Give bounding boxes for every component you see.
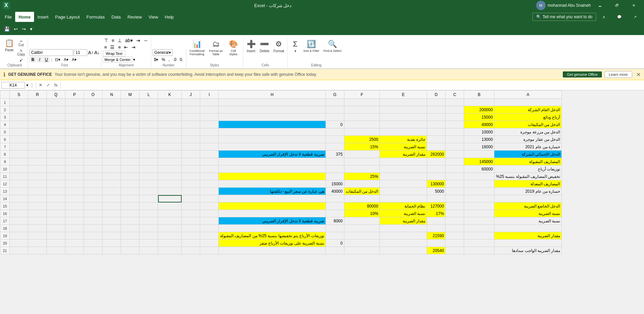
font-name-input[interactable] xyxy=(29,49,73,56)
row-header-18[interactable]: 18 xyxy=(0,225,10,232)
col-header-o[interactable]: O xyxy=(84,91,102,99)
cell-I20[interactable] xyxy=(200,240,219,247)
sort-filter-button[interactable]: 🔃 Sort & Filter xyxy=(301,38,321,63)
cell-L21[interactable] xyxy=(140,247,158,254)
col-header-b[interactable]: B xyxy=(464,91,494,99)
cell-G10[interactable] xyxy=(326,165,344,173)
cell-J18[interactable] xyxy=(182,225,200,232)
share-button[interactable]: ↗ xyxy=(627,11,643,22)
font-shrink-button[interactable]: A↓ xyxy=(94,50,100,55)
cell-B6[interactable]: 13000 xyxy=(464,136,494,143)
cell-K1[interactable] xyxy=(158,99,182,106)
cell-P10[interactable] xyxy=(65,165,84,173)
cell-P19[interactable] xyxy=(65,232,84,240)
decimal-increase-button[interactable]: .0 xyxy=(172,57,178,63)
cell-O20[interactable] xyxy=(84,240,102,247)
decimal-decrease-button[interactable]: 0. xyxy=(179,57,185,63)
cell-E14[interactable] xyxy=(380,195,427,202)
cell-E1[interactable] xyxy=(380,99,427,106)
cell-O17[interactable] xyxy=(84,217,102,225)
cell-N13[interactable] xyxy=(102,188,121,195)
format-as-table-button[interactable]: 🗂 Format as Table xyxy=(207,38,225,63)
align-top-button[interactable]: ⊤ xyxy=(103,37,110,44)
cell-N15[interactable] xyxy=(102,202,121,210)
col-header-f[interactable]: F xyxy=(344,91,380,99)
cell-H18[interactable] xyxy=(219,225,326,232)
cell-M11[interactable] xyxy=(121,173,140,180)
row-header-2[interactable]: 2 xyxy=(0,106,10,114)
cell-R19[interactable] xyxy=(28,232,47,240)
cell-P12[interactable] xyxy=(65,180,84,188)
cell-H19[interactable]: توزيعات الأرباح يتم تخفيضها بنسبة 25% من… xyxy=(219,232,326,240)
cell-E11[interactable] xyxy=(380,173,427,180)
cell-J11[interactable] xyxy=(182,173,200,180)
cell-styles-button[interactable]: 🎨 Cell Styles xyxy=(225,38,242,63)
cell-B13[interactable] xyxy=(464,188,494,195)
cell-F20[interactable] xyxy=(344,240,380,247)
cell-I12[interactable] xyxy=(200,180,219,188)
cell-D10[interactable] xyxy=(427,165,446,173)
cell-P6[interactable] xyxy=(65,136,84,143)
cell-M21[interactable] xyxy=(121,247,140,254)
cell-A1[interactable] xyxy=(494,99,562,106)
cell-F7[interactable]: 15% xyxy=(344,143,380,151)
merge-center-dropdown[interactable]: ▾ xyxy=(133,57,135,62)
cell-Q18[interactable] xyxy=(47,225,65,232)
cell-H8[interactable]: ضريبة قطعية لا تدخل الإقرار الضريبي xyxy=(219,151,326,158)
font-grow-button[interactable]: A↑ xyxy=(88,50,93,55)
confirm-formula-button[interactable]: ✓ xyxy=(45,82,52,88)
cell-G15[interactable] xyxy=(326,202,344,210)
cell-K21[interactable] xyxy=(158,247,182,254)
insert-function-button[interactable]: fx xyxy=(53,82,59,88)
cell-Q3[interactable] xyxy=(47,114,65,121)
cell-K12[interactable] xyxy=(158,180,182,188)
cell-D19[interactable]: 21590 xyxy=(427,232,446,240)
cell-J13[interactable] xyxy=(182,188,200,195)
cell-O18[interactable] xyxy=(84,225,102,232)
cell-R7[interactable] xyxy=(28,143,47,151)
cell-P8[interactable] xyxy=(65,151,84,158)
cell-K10[interactable] xyxy=(158,165,182,173)
cell-E6[interactable]: جائزة نقدية xyxy=(380,136,427,143)
cell-E5[interactable] xyxy=(380,128,427,136)
cell-S4[interactable] xyxy=(10,121,28,128)
cell-O10[interactable] xyxy=(84,165,102,173)
row-header-5[interactable]: 5 xyxy=(0,128,10,136)
cell-O4[interactable] xyxy=(84,121,102,128)
italic-button[interactable]: I xyxy=(37,57,42,63)
cell-A7[interactable]: خسارة من عام 2021 xyxy=(494,143,562,151)
cell-B11[interactable] xyxy=(464,173,494,180)
cell-F1[interactable] xyxy=(344,99,380,106)
cell-M3[interactable] xyxy=(121,114,140,121)
cell-P9[interactable] xyxy=(65,158,84,165)
row-header-21[interactable]: 21 xyxy=(0,247,10,254)
cell-I19[interactable] xyxy=(200,232,219,240)
cell-B1[interactable] xyxy=(464,99,494,106)
cell-G2[interactable] xyxy=(326,106,344,114)
cell-G20[interactable]: 0 xyxy=(326,240,344,247)
col-header-c[interactable]: C xyxy=(446,91,464,99)
menu-formulas[interactable]: Formulas xyxy=(83,12,108,22)
cell-J2[interactable] xyxy=(182,106,200,114)
cell-N4[interactable] xyxy=(102,121,121,128)
cell-J12[interactable] xyxy=(182,180,200,188)
cell-L14[interactable] xyxy=(140,195,158,202)
cell-E19[interactable] xyxy=(380,232,427,240)
cell-P11[interactable] xyxy=(65,173,84,180)
borders-button[interactable]: ⊡▾ xyxy=(54,57,62,63)
row-header-1[interactable]: 1 xyxy=(0,99,10,106)
cell-B14[interactable] xyxy=(464,195,494,202)
row-header-11[interactable]: 11 xyxy=(0,173,10,180)
cell-R20[interactable] xyxy=(28,240,47,247)
row-header-16[interactable]: 16 xyxy=(0,210,10,217)
menu-page-layout[interactable]: Page Layout xyxy=(52,12,83,22)
cell-J15[interactable] xyxy=(182,202,200,210)
name-box-dropdown[interactable]: ▾ xyxy=(26,83,28,88)
cell-K9[interactable] xyxy=(158,158,182,165)
cell-D12[interactable]: 130000 xyxy=(427,180,446,188)
cell-R15[interactable] xyxy=(28,202,47,210)
cell-A18[interactable] xyxy=(494,225,562,232)
cell-P16[interactable] xyxy=(65,210,84,217)
cell-L7[interactable] xyxy=(140,143,158,151)
cell-O2[interactable] xyxy=(84,106,102,114)
